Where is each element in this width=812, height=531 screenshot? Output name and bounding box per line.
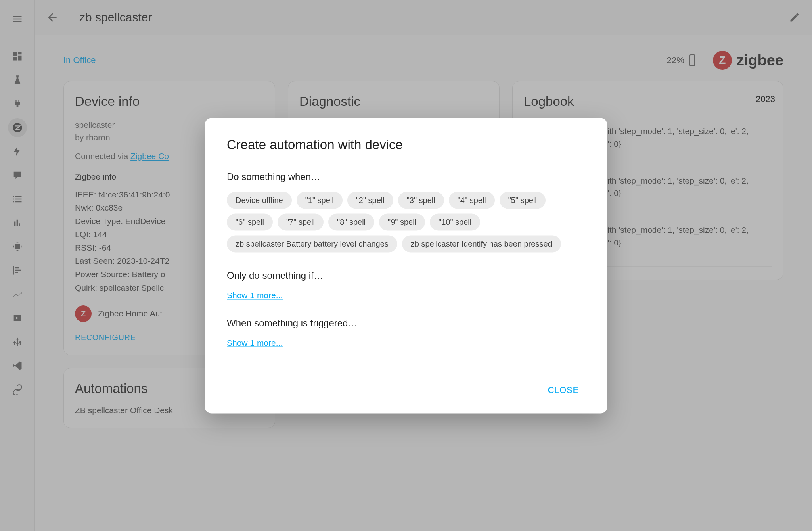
trigger-chip[interactable]: "8" spell xyxy=(328,213,374,230)
create-automation-dialog: Create automation with device Do somethi… xyxy=(205,118,607,413)
trigger-chip[interactable]: zb spellcaster Battery battery level cha… xyxy=(227,235,397,252)
trigger-chip[interactable]: "5" spell xyxy=(500,192,546,209)
trigger-chip[interactable]: "6" spell xyxy=(227,213,273,230)
trigger-chip[interactable]: "10" spell xyxy=(430,213,480,230)
trigger-chip[interactable]: zb spellcaster Identify has been pressed xyxy=(402,235,561,252)
trigger-chip[interactable]: "9" spell xyxy=(379,213,425,230)
modal-title: Create automation with device xyxy=(227,137,585,152)
trigger-chip[interactable]: "3" spell xyxy=(398,192,444,209)
show-more-conditions-link[interactable]: Show 1 more... xyxy=(227,290,283,300)
trigger-chip[interactable]: "7" spell xyxy=(278,213,324,230)
trigger-chip[interactable]: "1" spell xyxy=(297,192,343,209)
close-button[interactable]: CLOSE xyxy=(541,381,585,399)
trigger-chip[interactable]: "4" spell xyxy=(449,192,495,209)
trigger-chips: Device offline "1" spell "2" spell "3" s… xyxy=(227,192,585,252)
show-more-actions-link[interactable]: Show 1 more... xyxy=(227,338,283,347)
action-section-heading: When something is triggered… xyxy=(227,317,585,328)
trigger-chip[interactable]: Device offline xyxy=(227,192,292,209)
trigger-section-heading: Do something when… xyxy=(227,171,585,182)
condition-section-heading: Only do something if… xyxy=(227,270,585,281)
trigger-chip[interactable]: "2" spell xyxy=(347,192,393,209)
